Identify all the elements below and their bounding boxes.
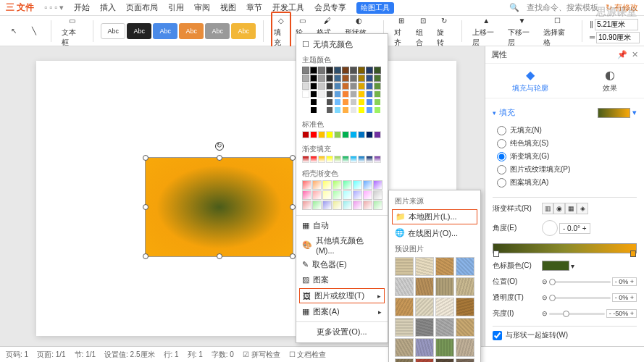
opt-pattern-fill[interactable]: 图案填充(A) <box>497 176 637 189</box>
theme-swatch[interactable] <box>318 90 325 98</box>
texture-swatch[interactable] <box>395 318 414 337</box>
texture-swatch[interactable] <box>395 277 414 296</box>
selected-shape[interactable] <box>145 157 293 257</box>
theme-swatch[interactable] <box>310 106 317 114</box>
grad-linear[interactable]: ▥ <box>542 203 553 214</box>
move-up-button[interactable]: ▲上移一层 <box>469 12 503 49</box>
grad-preset[interactable] <box>322 201 332 210</box>
grad-preset[interactable] <box>373 190 382 200</box>
grad-preset[interactable] <box>333 201 342 210</box>
texture-swatch[interactable] <box>456 257 474 276</box>
opt-gradient-fill[interactable]: 渐变填充(G) <box>497 150 637 163</box>
theme-swatch[interactable] <box>326 83 333 90</box>
texture-swatch[interactable] <box>395 358 414 362</box>
theme-swatch[interactable] <box>358 90 365 98</box>
grad-preset[interactable] <box>353 180 362 190</box>
theme-swatch[interactable] <box>366 106 373 114</box>
grad-swatch[interactable] <box>366 156 373 163</box>
grad-preset[interactable] <box>302 180 311 190</box>
handle-bl[interactable] <box>143 253 149 259</box>
menu-review[interactable]: 审阅 <box>194 2 210 13</box>
texture-swatch[interactable] <box>415 318 434 337</box>
theme-swatch[interactable] <box>310 83 317 90</box>
texture-swatch[interactable] <box>395 338 414 357</box>
pattern-fill-option[interactable]: ▦图案(A) <box>296 304 388 319</box>
shape-style-1[interactable]: Abc <box>101 23 125 39</box>
theme-swatch[interactable] <box>350 83 357 90</box>
theme-swatch[interactable] <box>350 98 357 106</box>
auto-option[interactable]: ▦自动 <box>296 218 388 233</box>
theme-swatch[interactable] <box>366 83 373 90</box>
menu-home[interactable]: 开始 <box>74 2 90 13</box>
texture-swatch[interactable] <box>415 338 434 357</box>
grad-preset[interactable] <box>312 201 322 210</box>
std-swatch[interactable] <box>358 131 365 138</box>
grad-swatch[interactable] <box>302 156 309 163</box>
theme-swatch[interactable] <box>326 75 333 82</box>
tab-fill-outline[interactable]: ◆填充与轮廓 <box>512 68 548 93</box>
theme-swatch[interactable] <box>358 67 365 74</box>
theme-swatch[interactable] <box>366 98 373 106</box>
std-swatch[interactable] <box>310 131 317 138</box>
theme-swatch[interactable] <box>358 106 365 114</box>
theme-swatch[interactable] <box>366 75 373 82</box>
theme-swatch[interactable] <box>342 75 349 82</box>
fill-section-header[interactable]: 填充▾ <box>493 104 637 121</box>
theme-swatch[interactable] <box>302 106 309 114</box>
grad-preset[interactable] <box>302 201 311 210</box>
handle-tl[interactable] <box>143 155 149 161</box>
texture-swatch[interactable] <box>456 298 474 316</box>
position-slider[interactable] <box>549 281 611 283</box>
grad-preset[interactable] <box>312 180 322 190</box>
theme-swatch[interactable] <box>374 98 381 106</box>
opt-picture-fill[interactable]: 图片或纹理填充(P) <box>497 163 637 176</box>
status-pos[interactable]: 设置值: 2.5厘米 <box>104 350 154 360</box>
color-stop-swatch[interactable] <box>542 261 569 271</box>
theme-swatch[interactable] <box>342 98 349 106</box>
std-swatch[interactable] <box>342 131 349 138</box>
grad-preset[interactable] <box>312 190 322 200</box>
theme-swatch[interactable] <box>310 90 317 98</box>
grad-preset[interactable] <box>302 190 311 200</box>
grad-preset[interactable] <box>353 201 362 210</box>
handle-ml[interactable] <box>143 204 149 210</box>
status-pages[interactable]: 页面: 1/1 <box>37 350 65 360</box>
group-button[interactable]: ⊡组合 <box>413 12 432 49</box>
rotate-with-shape-checkbox[interactable]: 与形状一起旋转(W) <box>493 329 637 342</box>
texture-swatch[interactable] <box>435 277 454 296</box>
shape-style-5[interactable]: Abc <box>205 23 230 39</box>
gradient-style-buttons[interactable]: ▥ ◉ ▦ ◈ <box>542 203 588 214</box>
std-swatch[interactable] <box>374 131 381 138</box>
grad-preset[interactable] <box>322 190 332 200</box>
status-section[interactable]: 节: 1/1 <box>75 350 96 360</box>
grad-path[interactable]: ◈ <box>577 203 588 214</box>
texture-swatch[interactable] <box>435 338 454 357</box>
status-col[interactable]: 列: 1 <box>188 350 203 360</box>
theme-swatch[interactable] <box>350 75 357 82</box>
grad-preset[interactable] <box>343 180 352 190</box>
theme-swatch[interactable] <box>326 90 333 98</box>
transparency-slider[interactable] <box>549 297 611 299</box>
handle-br[interactable] <box>290 253 296 259</box>
pin-icon[interactable]: 📌 <box>617 50 627 59</box>
move-down-button[interactable]: ▼下移一层 <box>505 12 539 49</box>
no-fill-option[interactable]: ☐无填充颜色 <box>296 37 388 52</box>
texture-swatch[interactable] <box>456 338 474 357</box>
menu-view[interactable]: 视图 <box>220 2 236 13</box>
align-button[interactable]: ⊞对齐 <box>391 12 411 49</box>
theme-swatch[interactable] <box>302 67 309 74</box>
std-swatch[interactable] <box>318 131 325 138</box>
grad-preset[interactable] <box>322 180 332 190</box>
theme-swatch[interactable] <box>358 83 365 90</box>
theme-swatch[interactable] <box>302 75 309 82</box>
std-swatch[interactable] <box>326 131 333 138</box>
grad-swatch[interactable] <box>326 156 333 163</box>
status-page[interactable]: 页码: 1 <box>6 350 28 360</box>
grad-swatch[interactable] <box>374 156 381 163</box>
line-tool[interactable]: ╲ <box>25 23 43 39</box>
theme-swatch[interactable] <box>350 67 357 74</box>
grad-preset[interactable] <box>343 201 352 210</box>
tab-effects[interactable]: ◐效果 <box>603 68 617 93</box>
status-spell[interactable]: ☑ 拼写检查 <box>243 350 280 360</box>
theme-swatch[interactable] <box>334 75 341 82</box>
